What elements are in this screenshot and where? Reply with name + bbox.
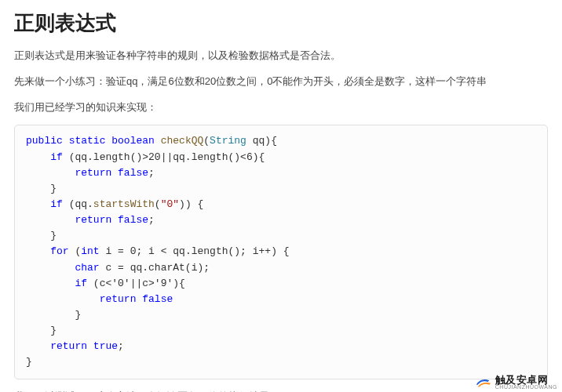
closing-paragraph: 我们可以测试一下这个方法，在评论区留下你的执行结果。 [14,389,548,393]
kw-return: return [50,340,87,352]
brand-name-pinyin: CHUJIANZHUOWANG [495,384,557,390]
exercise-paragraph: 先来做一个小练习：验证qq，满足6位数和20位数之间，0不能作为开头，必须全是数… [14,74,548,90]
kw-if: if [75,278,87,289]
swoosh-icon [475,373,492,390]
loop-inc: i++ [253,245,271,257]
lit-zero: "0" [161,198,179,210]
kw-public: public [26,135,63,147]
kw-return: return [100,293,137,305]
footer-brand: 触及安卓网 CHUJIANZHUOWANG [475,373,557,390]
page-title: 正则表达式 [14,9,548,37]
charat-line: c = qq.charAt(i); [105,262,210,274]
code-block: public static boolean checkQQ(String qq)… [14,125,548,379]
param-qq: qq [253,135,265,147]
kw-char: char [75,262,99,274]
kw-static: static [69,135,106,147]
fn-name: checkQQ [161,135,204,147]
kw-return: return [75,214,111,226]
loop-cond: i < qq.length() [148,245,240,257]
cond3: c<'0'||c>'9' [100,278,173,289]
cond1a: qq.length()>20 [75,151,160,163]
kw-if: if [50,198,63,210]
kw-true: true [93,340,118,352]
kw-for: for [50,245,68,257]
lead-in-paragraph: 我们用已经学习的知识来实现： [14,100,548,116]
kw-boolean: boolean [111,135,155,147]
kw-false: false [118,167,148,179]
intro-paragraph: 正则表达式是用来验证各种字符串的规则，以及检验数据格式是否合法。 [14,48,548,64]
cond1b: qq.length()<6 [173,151,252,163]
loop-init: i = 0 [105,245,136,257]
kw-return: return [75,167,111,179]
kw-false: false [142,293,173,305]
kw-int: int [81,245,99,257]
type-string: String [210,135,246,147]
kw-if: if [50,151,63,163]
m-startswith: startsWith [93,198,155,210]
kw-false: false [118,214,148,226]
